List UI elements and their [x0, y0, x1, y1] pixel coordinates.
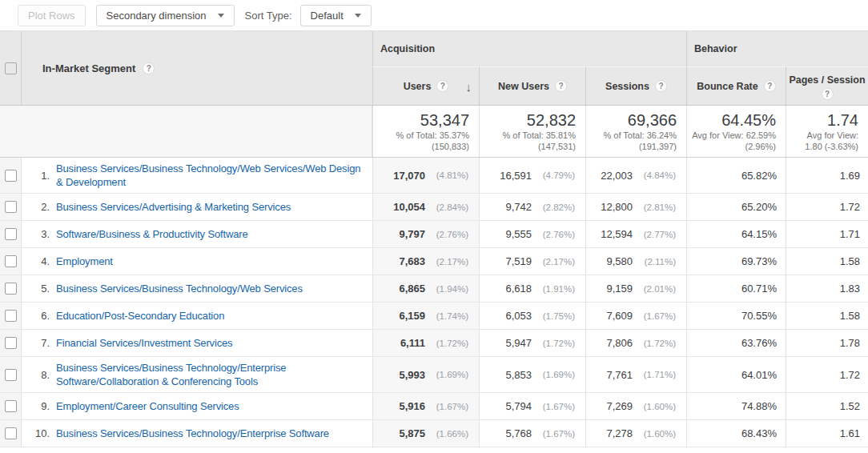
pages-per-session-cell: 1.58	[786, 303, 868, 329]
new-users-cell: 6,053 (1.75%)	[479, 303, 585, 329]
help-icon[interactable]: ?	[764, 80, 776, 92]
bounce-rate-value: 68.43%	[741, 427, 777, 439]
help-icon[interactable]: ?	[822, 88, 834, 100]
bounce-rate-cell: 60.71%	[686, 275, 786, 302]
table-toolbar: Plot Rows Secondary dimension Sort Type:…	[0, 0, 868, 30]
pages-per-session-value: 1.58	[840, 255, 860, 267]
column-header-users[interactable]: Users ? ↓	[372, 66, 479, 105]
sessions-percent: (1.72%)	[637, 339, 676, 348]
row-checkbox[interactable]	[5, 369, 17, 381]
help-icon[interactable]: ?	[436, 80, 448, 92]
segment-link[interactable]: Employment/Career Consulting Services	[56, 395, 372, 417]
row-checkbox-cell	[0, 420, 22, 447]
users-value: 10,054	[393, 201, 425, 213]
bounce-rate-cell: 63.76%	[686, 330, 786, 356]
sort-type-dropdown[interactable]: Default	[300, 5, 372, 26]
new-users-percent: (1.72%)	[536, 339, 575, 348]
new-users-percent: (1.91%)	[536, 284, 575, 294]
totals-blank-cell	[0, 106, 372, 157]
help-icon[interactable]: ?	[655, 80, 667, 92]
segment-link[interactable]: Business Services/Business Technology/En…	[56, 357, 372, 392]
pages-per-session-value: 1.61	[840, 427, 860, 439]
row-checkbox[interactable]	[5, 427, 17, 439]
plot-rows-button[interactable]: Plot Rows	[18, 5, 86, 26]
help-icon[interactable]: ?	[555, 80, 567, 92]
secondary-dimension-dropdown[interactable]: Secondary dimension	[96, 5, 235, 26]
users-cell: 5,875 (1.66%)	[372, 420, 479, 447]
row-rank: 8.	[22, 369, 50, 381]
select-all-checkbox[interactable]	[5, 62, 17, 74]
segment-link[interactable]: Business Services/Business Technology/En…	[56, 423, 372, 444]
sessions-cell: 22,003 (4.84%)	[585, 158, 686, 193]
users-value: 7,683	[399, 255, 425, 267]
column-header-bounce-rate[interactable]: Bounce Rate ?	[686, 66, 786, 105]
column-header-new-users[interactable]: New Users ?	[479, 66, 585, 105]
users-value: 5,916	[399, 400, 425, 412]
row-checkbox[interactable]	[5, 337, 17, 349]
users-percent: (1.94%)	[430, 284, 468, 294]
sessions-percent: (1.71%)	[637, 370, 676, 379]
new-users-cell: 5,947 (1.72%)	[479, 330, 585, 356]
segment-link[interactable]: Business Services/Advertising & Marketin…	[56, 196, 372, 218]
sessions-value: 22,003	[601, 170, 633, 182]
users-value: 17,070	[393, 170, 425, 182]
row-checkbox-cell	[0, 158, 22, 193]
segment-link[interactable]: Business Services/Business Technology/We…	[56, 278, 372, 299]
users-percent: (1.72%)	[430, 339, 468, 348]
new-users-value: 9,742	[505, 201, 532, 213]
pages-per-session-cell: 1.78	[786, 330, 868, 356]
row-checkbox-cell	[0, 393, 22, 419]
segment-link[interactable]: Business Services/Business Technology/We…	[56, 158, 372, 193]
row-rank: 3.	[22, 228, 50, 240]
segment-link[interactable]: Employment	[56, 251, 372, 272]
row-checkbox[interactable]	[5, 310, 17, 322]
pages-per-session-cell: 1.61	[786, 420, 868, 447]
row-checkbox[interactable]	[5, 400, 17, 412]
column-header-pages-per-session[interactable]: Pages / Session ?	[786, 66, 868, 105]
pages-per-session-value: 1.69	[840, 170, 860, 182]
row-checkbox[interactable]	[5, 255, 17, 267]
sessions-percent: (2.01%)	[637, 284, 676, 294]
sessions-value: 7,278	[606, 427, 633, 439]
row-checkbox[interactable]	[5, 201, 17, 213]
totals-bounce-rate-value: 64.45%	[721, 110, 776, 130]
users-cell: 5,993 (1.69%)	[372, 357, 479, 392]
help-icon[interactable]: ?	[143, 62, 155, 74]
pages-per-session-cell: 1.83	[786, 275, 868, 302]
new-users-percent: (1.67%)	[536, 429, 575, 439]
row-rank: 5.	[22, 283, 50, 295]
pages-per-session-value: 1.72	[840, 369, 860, 381]
new-users-value: 6,618	[505, 283, 532, 295]
new-users-cell: 5,768 (1.67%)	[479, 420, 585, 447]
sort-descending-icon[interactable]: ↓	[466, 79, 472, 93]
users-value: 6,159	[399, 310, 425, 322]
users-value: 6,865	[399, 283, 425, 295]
sessions-value: 7,806	[606, 337, 633, 349]
totals-pages-per-session-value: 1.74	[827, 110, 858, 130]
segment-link[interactable]: Financial Services/Investment Services	[56, 332, 372, 354]
sessions-value: 7,609	[606, 310, 633, 322]
users-percent: (1.69%)	[430, 370, 468, 379]
sessions-value: 12,800	[601, 201, 633, 213]
bounce-rate-cell: 64.15%	[686, 221, 786, 247]
pages-per-session-value: 1.71	[840, 228, 860, 240]
segment-link[interactable]: Education/Post-Secondary Education	[56, 305, 372, 327]
sessions-cell: 9,159 (2.01%)	[585, 275, 686, 302]
row-checkbox[interactable]	[5, 228, 17, 240]
totals-pages-per-session: 1.74 Avg for View: 1.80 (-3.63%)	[786, 106, 868, 157]
new-users-value: 7,519	[505, 255, 532, 267]
users-percent: (2.76%)	[430, 230, 468, 239]
segment-link[interactable]: Software/Business & Productivity Softwar…	[56, 223, 372, 245]
segment-cell: 5. Business Services/Business Technology…	[22, 275, 372, 302]
row-checkbox[interactable]	[5, 283, 17, 295]
column-header-sessions[interactable]: Sessions ?	[585, 66, 686, 105]
row-checkbox[interactable]	[5, 170, 17, 182]
table-body: 1. Business Services/Business Technology…	[0, 158, 868, 447]
segment-cell: 3. Software/Business & Productivity Soft…	[22, 221, 372, 247]
pages-per-session-value: 1.72	[840, 201, 860, 213]
new-users-value: 5,768	[505, 427, 532, 439]
row-rank: 4.	[22, 255, 50, 267]
users-cell: 5,916 (1.67%)	[372, 393, 479, 419]
bounce-rate-cell: 74.88%	[686, 393, 786, 419]
dimension-header-cell: In-Market Segment ?	[22, 31, 372, 105]
